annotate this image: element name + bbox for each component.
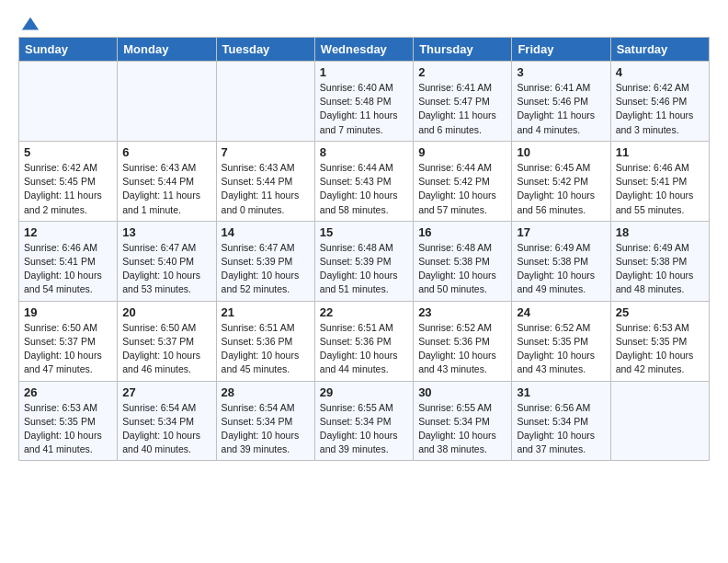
calendar-cell <box>118 62 216 142</box>
calendar-cell: 23Sunrise: 6:52 AMSunset: 5:36 PMDayligh… <box>414 301 512 381</box>
calendar-cell: 24Sunrise: 6:52 AMSunset: 5:35 PMDayligh… <box>512 301 610 381</box>
calendar-cell: 28Sunrise: 6:54 AMSunset: 5:34 PMDayligh… <box>216 381 314 461</box>
day-number: 19 <box>24 305 112 319</box>
day-number: 8 <box>320 145 408 159</box>
day-number: 29 <box>320 385 408 399</box>
day-number: 30 <box>418 385 506 399</box>
day-info: Sunrise: 6:49 AMSunset: 5:38 PMDaylight:… <box>517 241 605 297</box>
calendar-week-2: 5Sunrise: 6:42 AMSunset: 5:45 PMDaylight… <box>19 141 710 221</box>
calendar-cell: 9Sunrise: 6:44 AMSunset: 5:42 PMDaylight… <box>414 141 512 221</box>
day-info: Sunrise: 6:41 AMSunset: 5:47 PMDaylight:… <box>418 81 506 137</box>
calendar-cell: 26Sunrise: 6:53 AMSunset: 5:35 PMDayligh… <box>19 381 118 461</box>
day-number: 4 <box>616 65 704 79</box>
day-header-sunday: Sunday <box>19 38 118 62</box>
day-number: 15 <box>320 225 408 239</box>
calendar-header-row: SundayMondayTuesdayWednesdayThursdayFrid… <box>19 38 710 62</box>
day-info: Sunrise: 6:45 AMSunset: 5:42 PMDaylight:… <box>517 161 605 217</box>
calendar-cell: 8Sunrise: 6:44 AMSunset: 5:43 PMDaylight… <box>314 141 413 221</box>
calendar-week-4: 19Sunrise: 6:50 AMSunset: 5:37 PMDayligh… <box>19 301 710 381</box>
calendar-cell: 21Sunrise: 6:51 AMSunset: 5:36 PMDayligh… <box>216 301 314 381</box>
calendar-cell: 27Sunrise: 6:54 AMSunset: 5:34 PMDayligh… <box>118 381 216 461</box>
day-number: 5 <box>24 145 112 159</box>
calendar-cell: 14Sunrise: 6:47 AMSunset: 5:39 PMDayligh… <box>216 221 314 301</box>
calendar-cell: 5Sunrise: 6:42 AMSunset: 5:45 PMDaylight… <box>19 141 118 221</box>
day-info: Sunrise: 6:48 AMSunset: 5:39 PMDaylight:… <box>320 241 408 297</box>
page-container: SundayMondayTuesdayWednesdayThursdayFrid… <box>0 0 728 470</box>
calendar-cell: 30Sunrise: 6:55 AMSunset: 5:34 PMDayligh… <box>414 381 512 461</box>
day-info: Sunrise: 6:44 AMSunset: 5:42 PMDaylight:… <box>418 161 506 217</box>
day-number: 16 <box>418 225 506 239</box>
day-number: 3 <box>517 65 605 79</box>
day-info: Sunrise: 6:55 AMSunset: 5:34 PMDaylight:… <box>320 401 408 457</box>
day-info: Sunrise: 6:56 AMSunset: 5:34 PMDaylight:… <box>517 401 605 457</box>
day-info: Sunrise: 6:47 AMSunset: 5:39 PMDaylight:… <box>222 241 310 297</box>
day-info: Sunrise: 6:44 AMSunset: 5:43 PMDaylight:… <box>320 161 408 217</box>
day-info: Sunrise: 6:43 AMSunset: 5:44 PMDaylight:… <box>222 161 310 217</box>
calendar-cell: 1Sunrise: 6:40 AMSunset: 5:48 PMDaylight… <box>314 62 413 142</box>
calendar-cell: 4Sunrise: 6:42 AMSunset: 5:46 PMDaylight… <box>610 62 709 142</box>
day-number: 31 <box>517 385 605 399</box>
day-info: Sunrise: 6:51 AMSunset: 5:36 PMDaylight:… <box>222 321 310 377</box>
day-number: 1 <box>320 65 408 79</box>
calendar-cell: 31Sunrise: 6:56 AMSunset: 5:34 PMDayligh… <box>512 381 610 461</box>
day-number: 24 <box>517 305 605 319</box>
day-info: Sunrise: 6:47 AMSunset: 5:40 PMDaylight:… <box>122 241 210 297</box>
calendar-week-5: 26Sunrise: 6:53 AMSunset: 5:35 PMDayligh… <box>19 381 710 461</box>
logo <box>18 15 40 31</box>
calendar-table: SundayMondayTuesdayWednesdayThursdayFrid… <box>18 37 710 461</box>
calendar-cell: 7Sunrise: 6:43 AMSunset: 5:44 PMDaylight… <box>216 141 314 221</box>
calendar-cell: 10Sunrise: 6:45 AMSunset: 5:42 PMDayligh… <box>512 141 610 221</box>
day-number: 25 <box>616 305 704 319</box>
calendar-cell: 18Sunrise: 6:49 AMSunset: 5:38 PMDayligh… <box>610 221 709 301</box>
day-info: Sunrise: 6:50 AMSunset: 5:37 PMDaylight:… <box>122 321 210 377</box>
day-number: 27 <box>122 385 210 399</box>
day-info: Sunrise: 6:52 AMSunset: 5:36 PMDaylight:… <box>418 321 506 377</box>
day-number: 22 <box>320 305 408 319</box>
calendar-cell: 29Sunrise: 6:55 AMSunset: 5:34 PMDayligh… <box>314 381 413 461</box>
calendar-cell: 13Sunrise: 6:47 AMSunset: 5:40 PMDayligh… <box>118 221 216 301</box>
day-info: Sunrise: 6:46 AMSunset: 5:41 PMDaylight:… <box>24 241 112 297</box>
day-info: Sunrise: 6:52 AMSunset: 5:35 PMDaylight:… <box>517 321 605 377</box>
day-info: Sunrise: 6:54 AMSunset: 5:34 PMDaylight:… <box>122 401 210 457</box>
day-number: 13 <box>122 225 210 239</box>
calendar-cell: 6Sunrise: 6:43 AMSunset: 5:44 PMDaylight… <box>118 141 216 221</box>
day-info: Sunrise: 6:42 AMSunset: 5:46 PMDaylight:… <box>616 81 704 137</box>
day-number: 26 <box>24 385 112 399</box>
calendar-cell <box>19 62 118 142</box>
day-number: 14 <box>222 225 310 239</box>
day-info: Sunrise: 6:49 AMSunset: 5:38 PMDaylight:… <box>616 241 704 297</box>
day-number: 28 <box>222 385 310 399</box>
day-info: Sunrise: 6:50 AMSunset: 5:37 PMDaylight:… <box>24 321 112 377</box>
day-info: Sunrise: 6:41 AMSunset: 5:46 PMDaylight:… <box>517 81 605 137</box>
day-header-thursday: Thursday <box>414 38 512 62</box>
day-number: 11 <box>616 145 704 159</box>
day-number: 2 <box>418 65 506 79</box>
day-header-monday: Monday <box>118 38 216 62</box>
day-info: Sunrise: 6:55 AMSunset: 5:34 PMDaylight:… <box>418 401 506 457</box>
header <box>18 15 710 31</box>
calendar-cell: 22Sunrise: 6:51 AMSunset: 5:36 PMDayligh… <box>314 301 413 381</box>
day-header-friday: Friday <box>512 38 610 62</box>
day-info: Sunrise: 6:53 AMSunset: 5:35 PMDaylight:… <box>616 321 704 377</box>
day-number: 7 <box>222 145 310 159</box>
calendar-cell: 12Sunrise: 6:46 AMSunset: 5:41 PMDayligh… <box>19 221 118 301</box>
day-number: 20 <box>122 305 210 319</box>
calendar-cell: 25Sunrise: 6:53 AMSunset: 5:35 PMDayligh… <box>610 301 709 381</box>
day-number: 9 <box>418 145 506 159</box>
day-info: Sunrise: 6:53 AMSunset: 5:35 PMDaylight:… <box>24 401 112 457</box>
day-header-wednesday: Wednesday <box>314 38 413 62</box>
day-info: Sunrise: 6:46 AMSunset: 5:41 PMDaylight:… <box>616 161 704 217</box>
calendar-cell: 3Sunrise: 6:41 AMSunset: 5:46 PMDaylight… <box>512 62 610 142</box>
calendar-cell: 17Sunrise: 6:49 AMSunset: 5:38 PMDayligh… <box>512 221 610 301</box>
calendar-cell: 20Sunrise: 6:50 AMSunset: 5:37 PMDayligh… <box>118 301 216 381</box>
day-number: 23 <box>418 305 506 319</box>
calendar-cell <box>216 62 314 142</box>
calendar-cell <box>610 381 709 461</box>
day-info: Sunrise: 6:54 AMSunset: 5:34 PMDaylight:… <box>222 401 310 457</box>
calendar-cell: 16Sunrise: 6:48 AMSunset: 5:38 PMDayligh… <box>414 221 512 301</box>
day-number: 21 <box>222 305 310 319</box>
calendar-week-1: 1Sunrise: 6:40 AMSunset: 5:48 PMDaylight… <box>19 62 710 142</box>
day-number: 10 <box>517 145 605 159</box>
calendar-cell: 2Sunrise: 6:41 AMSunset: 5:47 PMDaylight… <box>414 62 512 142</box>
day-number: 17 <box>517 225 605 239</box>
